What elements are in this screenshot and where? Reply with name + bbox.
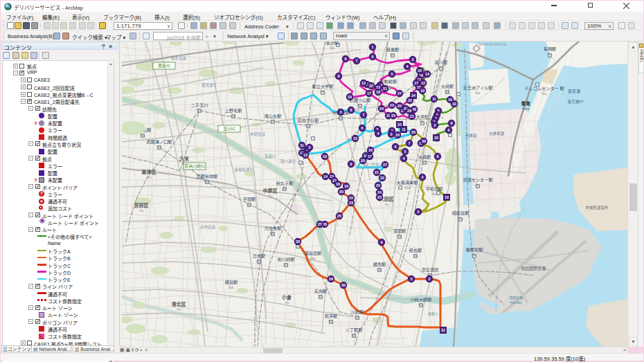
svg-text:川崎駅: 川崎駅: [351, 309, 364, 315]
svg-text:Sta.: Sta.: [458, 217, 463, 220]
svg-text:8: 8: [345, 57, 347, 61]
svg-text:28: 28: [296, 239, 300, 244]
svg-text:東京港: 東京港: [568, 89, 580, 94]
svg-text:8: 8: [350, 108, 352, 112]
svg-text:25: 25: [376, 183, 380, 188]
svg-text:23: 23: [377, 195, 382, 199]
svg-text:29: 29: [329, 277, 333, 281]
svg-text:目黒通り: 目黒通り: [202, 82, 217, 88]
svg-text:武蔵新城駅: 武蔵新城駅: [197, 174, 218, 179]
svg-text:21: 21: [383, 87, 387, 91]
svg-text:3: 3: [411, 277, 413, 281]
svg-text:Sta.: Sta.: [542, 92, 547, 96]
svg-text:27: 27: [318, 222, 322, 226]
svg-text:5: 5: [309, 145, 311, 150]
svg-text:2: 2: [418, 210, 420, 214]
svg-text:八丁畷駅: 八丁畷駅: [346, 327, 363, 333]
svg-text:Sta.: Sta.: [438, 66, 444, 69]
svg-text:第二京浜: 第二京浜: [364, 162, 379, 168]
svg-text:Sta.: Sta.: [156, 145, 162, 149]
svg-text:11: 11: [402, 127, 406, 132]
svg-text:14: 14: [323, 174, 328, 179]
svg-text:1: 1: [372, 45, 374, 49]
svg-text:Sta.: Sta.: [270, 120, 276, 123]
svg-text:Sta.: Sta.: [318, 295, 323, 298]
svg-text:22: 22: [380, 176, 384, 180]
svg-text:Sta.: Sta.: [197, 109, 202, 112]
svg-text:京急蒲田: 京急蒲田: [422, 267, 439, 273]
svg-text:中原区: 中原区: [263, 188, 278, 194]
svg-text:羽田国際空港: 羽田国際空港: [521, 266, 546, 271]
svg-text:Sta.: Sta.: [320, 90, 325, 93]
svg-text:34: 34: [411, 93, 415, 98]
svg-text:都立大学駅: 都立大学駅: [312, 84, 334, 89]
svg-text:24: 24: [379, 107, 384, 111]
svg-text:久末: 久末: [179, 156, 190, 162]
svg-text:大崎駅: 大崎駅: [441, 84, 454, 89]
svg-text:Sta.: Sta.: [338, 116, 343, 120]
svg-text:元住吉駅: 元住吉駅: [265, 226, 282, 231]
svg-text:目黒駅: 目黒駅: [386, 47, 400, 53]
svg-text:矢向駅: 矢向駅: [314, 289, 328, 294]
svg-text:19: 19: [420, 89, 424, 93]
svg-text:Sta.: Sta.: [377, 268, 382, 271]
svg-text:Sta.: Sta.: [140, 134, 145, 137]
svg-text:武蔵溝ノ口駅: 武蔵溝ノ口駅: [146, 139, 172, 145]
svg-text:宮前区: 宮前区: [134, 202, 149, 208]
svg-text:品川駅: 品川駅: [435, 60, 448, 65]
svg-text:整備場駅: 整備場駅: [466, 247, 483, 253]
svg-text:21: 21: [410, 114, 414, 118]
svg-text:Sta.: Sta.: [256, 260, 262, 263]
svg-text:13: 13: [303, 153, 307, 157]
svg-text:6: 6: [448, 128, 450, 132]
svg-text:32: 32: [434, 136, 438, 140]
svg-text:34: 34: [395, 133, 400, 137]
svg-text:20: 20: [339, 190, 343, 194]
svg-text:16: 16: [368, 148, 373, 152]
svg-text:9: 9: [350, 162, 352, 166]
svg-text:羽田空港: 羽田空港: [509, 296, 523, 300]
svg-text:-Ku: -Ku: [146, 176, 152, 179]
svg-text:9: 9: [381, 240, 383, 244]
svg-text:25: 25: [391, 114, 395, 118]
svg-text:29: 29: [407, 109, 411, 113]
svg-text:新川崎駅: 新川崎駅: [278, 257, 295, 262]
svg-text:自由が丘駅: 自由が丘駅: [298, 118, 319, 123]
svg-text:Sta.: Sta.: [247, 203, 252, 206]
svg-text:Sta.: Sta.: [328, 320, 334, 323]
svg-text:高津区: 高津区: [142, 169, 156, 175]
svg-text:Sta.: Sta.: [418, 303, 424, 307]
svg-text:Sta.: Sta.: [351, 334, 357, 337]
svg-text:10: 10: [445, 195, 449, 199]
svg-text:Sta.: Sta.: [475, 183, 481, 187]
svg-text:新丸子駅: 新丸子駅: [276, 181, 294, 186]
svg-text:2: 2: [429, 277, 431, 281]
svg-text:-Ku: -Ku: [384, 203, 389, 206]
svg-text:天王洲アイル駅: 天王洲アイル駅: [463, 85, 492, 91]
svg-text:Sta.: Sta.: [547, 53, 553, 56]
svg-text:Sta.: Sta.: [270, 232, 276, 235]
svg-text:20: 20: [361, 159, 365, 163]
svg-text:17: 17: [367, 91, 371, 96]
svg-text:小倉: 小倉: [281, 294, 292, 300]
svg-text:中央防波堤外: 中央防波堤外: [585, 205, 609, 210]
svg-text:Hnd Bay: Hnd Bay: [510, 301, 522, 305]
svg-text:府中街道: 府中街道: [200, 224, 216, 230]
svg-text:有明駅: 有明駅: [544, 46, 557, 52]
svg-text:Sta.: Sta.: [472, 253, 477, 257]
svg-text:Sta.: Sta.: [404, 186, 410, 190]
svg-text:東名高速: 東名高速: [171, 55, 187, 61]
svg-text:17: 17: [368, 154, 372, 159]
svg-text:8: 8: [437, 154, 439, 159]
svg-text:Sta.: Sta.: [397, 235, 402, 238]
svg-text:平間駅: 平間駅: [243, 197, 256, 202]
svg-text:Sta.: Sta.: [310, 257, 316, 260]
svg-text:京浜川崎IC: 京浜川崎IC: [184, 163, 206, 169]
svg-text:大森海岸駅: 大森海岸駅: [397, 180, 418, 185]
svg-text:8: 8: [451, 121, 453, 125]
svg-text:11: 11: [432, 97, 436, 101]
svg-text:23: 23: [349, 201, 353, 205]
svg-text:昭和島駅: 昭和島駅: [452, 210, 469, 216]
svg-text:7: 7: [363, 113, 365, 117]
svg-text:港北区: 港北区: [172, 301, 186, 307]
